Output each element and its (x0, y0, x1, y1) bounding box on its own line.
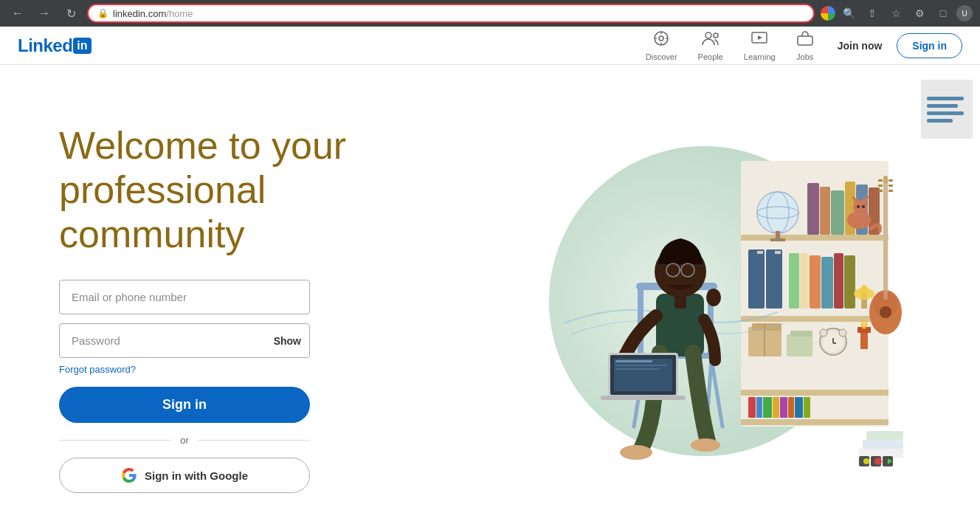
svg-rect-107 (601, 396, 686, 400)
browser-chrome: ← → ↻ 🔒 linkedin.com/home 🔍 ⇧ ☆ ⚙ □ U (0, 0, 980, 27)
svg-rect-79 (888, 179, 893, 182)
profile-button[interactable]: U (956, 5, 973, 21)
svg-point-1 (659, 36, 663, 41)
learning-icon (750, 30, 768, 50)
svg-rect-37 (766, 249, 782, 309)
svg-rect-69 (795, 397, 803, 418)
or-line-right (198, 440, 310, 441)
svg-point-99 (620, 445, 652, 460)
nav-item-people[interactable]: People (689, 30, 732, 61)
hero-svg (497, 117, 911, 486)
svg-rect-59 (860, 331, 868, 349)
svg-rect-26 (831, 190, 844, 235)
doc-line-3 (927, 111, 964, 115)
svg-point-74 (880, 306, 891, 318)
nav-item-discover[interactable]: Discover (637, 30, 686, 61)
svg-point-100 (691, 438, 720, 452)
svg-rect-51 (787, 334, 812, 356)
window-button[interactable]: □ (933, 3, 953, 24)
hero-left: Welcome to your professional community S… (0, 65, 428, 510)
people-icon (702, 30, 720, 50)
svg-rect-81 (888, 185, 893, 187)
hero-title: Welcome to your professional community (59, 124, 428, 256)
svg-point-114 (874, 458, 882, 465)
svg-point-112 (863, 458, 869, 464)
svg-rect-40 (789, 253, 799, 309)
doc-line-4 (927, 119, 953, 123)
google-services-icon[interactable] (821, 6, 835, 21)
document-card (921, 80, 973, 139)
bookmark-button[interactable]: ☆ (886, 3, 906, 24)
svg-rect-63 (748, 397, 756, 418)
svg-rect-104 (615, 360, 652, 362)
svg-rect-67 (780, 397, 787, 418)
svg-rect-110 (866, 431, 903, 440)
forgot-password-link[interactable]: Forgot password? (59, 364, 310, 375)
svg-rect-105 (615, 365, 667, 366)
svg-rect-24 (807, 183, 819, 235)
svg-rect-52 (790, 331, 812, 337)
svg-rect-80 (878, 185, 883, 187)
show-password-button[interactable]: Show (274, 335, 301, 347)
svg-rect-64 (756, 397, 762, 418)
lock-icon: 🔒 (97, 8, 108, 18)
svg-rect-38 (757, 251, 763, 254)
svg-rect-97 (674, 294, 686, 309)
join-now-button[interactable]: Join now (826, 34, 894, 58)
svg-rect-39 (775, 251, 781, 254)
browser-actions: 🔍 ⇧ ☆ ⚙ □ U (821, 3, 973, 24)
svg-point-57 (820, 329, 827, 337)
nav-label-discover: Discover (646, 52, 677, 61)
svg-point-6 (705, 32, 711, 38)
extensions-button[interactable]: ⚙ (909, 3, 930, 24)
email-input[interactable] (59, 280, 310, 314)
linkedin-navbar: Linked in Discover (0, 27, 980, 65)
svg-rect-106 (615, 368, 660, 370)
svg-point-34 (857, 205, 860, 208)
zoom-in-button[interactable]: 🔍 (838, 3, 859, 24)
sign-in-button[interactable]: Sign in (897, 33, 962, 58)
hero-section: Welcome to your professional community S… (0, 65, 980, 510)
url-text: linkedin.com/home (113, 8, 193, 19)
svg-point-35 (862, 205, 865, 208)
share-button[interactable]: ⇧ (862, 3, 883, 24)
nav-item-jobs[interactable]: Jobs (787, 30, 823, 61)
svg-rect-49 (752, 323, 781, 331)
svg-rect-70 (804, 397, 810, 418)
svg-rect-82 (878, 190, 883, 192)
sign-in-submit-button[interactable]: Sign in (59, 387, 310, 423)
svg-rect-83 (888, 190, 893, 192)
svg-rect-103 (614, 359, 672, 391)
hero-illustration (428, 65, 980, 510)
svg-rect-78 (878, 179, 883, 182)
back-button[interactable]: ← (7, 3, 28, 24)
google-signin-label: Sign in with Google (145, 469, 248, 482)
password-input[interactable] (59, 323, 310, 358)
nav-label-learning: Learning (744, 52, 776, 61)
svg-rect-45 (844, 255, 855, 309)
svg-rect-66 (773, 397, 779, 418)
svg-rect-43 (821, 257, 833, 309)
svg-rect-44 (834, 253, 843, 309)
svg-rect-41 (800, 253, 809, 309)
svg-point-98 (706, 289, 721, 306)
svg-rect-10 (798, 36, 812, 45)
logo-linked-text: Linked (18, 35, 72, 56)
address-bar[interactable]: 🔒 linkedin.com/home (87, 4, 815, 23)
google-sign-in-button[interactable]: Sign in with Google (59, 458, 310, 493)
doc-line-1 (927, 97, 964, 100)
svg-rect-109 (863, 440, 903, 449)
reload-button[interactable]: ↻ (61, 3, 81, 24)
or-divider: or (59, 435, 310, 446)
svg-marker-9 (758, 35, 762, 40)
forward-button[interactable]: → (34, 3, 55, 24)
linkedin-logo[interactable]: Linked in (18, 35, 92, 56)
nav-item-learning[interactable]: Learning (735, 30, 784, 61)
svg-rect-42 (810, 255, 821, 309)
svg-point-7 (714, 33, 718, 38)
svg-rect-23 (770, 238, 785, 241)
svg-rect-65 (763, 397, 772, 418)
or-line-left (59, 440, 171, 441)
svg-point-19 (757, 192, 798, 233)
or-text: or (180, 435, 189, 446)
